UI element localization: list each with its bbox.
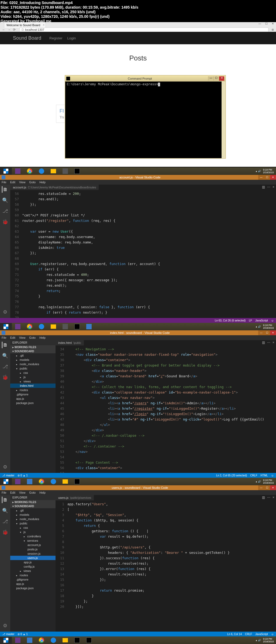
system-tray[interactable]: ▴ 🔊 9:18 PM2/18/2015 <box>256 479 276 484</box>
git-icon[interactable]: ⎇ <box>2 208 8 214</box>
tree-item[interactable]: app.js <box>10 396 56 401</box>
taskbar-explorer-icon[interactable] <box>59 478 71 485</box>
tree-item[interactable]: ▸ models <box>10 358 56 362</box>
forward-icon[interactable]: → <box>8 28 11 32</box>
cmd-close[interactable]: ✕ <box>219 76 224 81</box>
tree-item[interactable]: ▸ views <box>10 379 56 384</box>
browser-close[interactable]: ✕ <box>270 22 276 26</box>
debug-icon[interactable]: 🐞 <box>2 529 8 535</box>
start-button[interactable] <box>0 323 12 330</box>
vscode-minimize[interactable]: — <box>258 485 264 490</box>
git-branch[interactable]: ⎇ master <box>2 633 14 636</box>
vscode-maximize[interactable]: ☐ <box>264 175 270 180</box>
tree-item[interactable]: users.js <box>10 556 56 560</box>
system-tray[interactable]: ▴ 🔊 9:18 PM2/18/2015 <box>256 638 276 643</box>
project-root[interactable]: ▾ SOUNDBOARD <box>10 349 56 353</box>
cursor-position[interactable]: Ln 2, Col 65 (20 selected) <box>216 474 247 477</box>
start-button[interactable] <box>0 478 12 485</box>
taskbar-vs-icon[interactable] <box>12 478 24 485</box>
editor-tab[interactable]: index.html\public <box>56 340 84 345</box>
feedback-icon[interactable]: ☺ <box>271 319 274 322</box>
menu-goto[interactable]: Goto <box>29 491 36 494</box>
close-icon[interactable]: × <box>272 185 274 189</box>
cmd-maximize[interactable]: ☐ <box>213 76 219 81</box>
problems[interactable]: ⊘ 0 ▲ 1 <box>18 633 27 636</box>
tree-item[interactable]: package.json <box>10 401 56 405</box>
debug-icon[interactable]: 🐞 <box>2 219 8 225</box>
menu-help[interactable]: Help <box>39 491 46 494</box>
browser-maximize[interactable]: ☐ <box>263 22 270 26</box>
search-icon[interactable]: 🔍 <box>2 507 8 514</box>
cmd-minimize[interactable]: — <box>208 76 213 81</box>
taskbar-chrome-icon[interactable] <box>24 168 36 175</box>
menu-view[interactable]: View <box>19 181 26 184</box>
working-files[interactable]: ▸ WORKING FILES <box>10 345 56 349</box>
tree-item[interactable]: ▸ css <box>10 526 56 530</box>
menu-goto[interactable]: Goto <box>29 336 36 339</box>
tree-item[interactable]: session.js <box>10 551 56 556</box>
taskbar-vs-icon[interactable] <box>12 637 24 644</box>
close-icon[interactable]: × <box>272 341 274 344</box>
back-icon[interactable]: ← <box>2 28 6 32</box>
vscode-titlebar[interactable]: index.html - soundboard - Visual Studio … <box>0 330 276 335</box>
start-button[interactable] <box>0 168 12 175</box>
tree-item[interactable]: ▸ models <box>10 513 56 517</box>
menu-help[interactable]: Help <box>39 181 46 184</box>
split-icon[interactable]: ▥ <box>262 496 265 499</box>
tree-item[interactable]: ▸ routes <box>10 573 56 577</box>
menu-icon[interactable]: ≡ <box>272 28 274 32</box>
tree-item[interactable]: .gitignore <box>10 577 56 582</box>
working-files[interactable]: ▸ WORKING FILES <box>10 500 56 504</box>
tree-item[interactable]: package.json <box>10 586 56 590</box>
system-tray[interactable]: ▴ 🔊 9:18 PM2/18/2015 <box>256 324 276 329</box>
taskbar-ie-icon[interactable] <box>47 637 59 644</box>
taskbar-vscode-icon[interactable] <box>24 478 36 485</box>
url-bar[interactable]: 🗋 localhost:1337 <box>19 28 268 32</box>
search-icon[interactable]: 🔍 <box>2 197 8 204</box>
git-icon[interactable]: ⎇ <box>2 363 8 370</box>
nav-login[interactable]: Login <box>67 36 76 40</box>
taskbar-explorer-icon[interactable] <box>47 323 59 330</box>
tree-item[interactable]: ▾ public <box>10 521 56 526</box>
tree-item[interactable]: ▸ .git <box>10 353 56 358</box>
settings-icon[interactable]: ⚙ <box>2 309 8 315</box>
files-icon[interactable]: 🗎 <box>2 342 8 348</box>
editor-tab[interactable]: users.js\public\js\services <box>56 495 94 500</box>
vscode-maximize[interactable]: ☐ <box>264 330 270 335</box>
git-icon[interactable]: ⎇ <box>2 518 8 525</box>
eol[interactable]: CRLF <box>245 633 252 636</box>
settings-icon[interactable]: ⚙ <box>2 464 8 470</box>
tree-item[interactable]: ▾ js <box>10 530 56 534</box>
files-icon[interactable]: 🗎 <box>2 186 8 193</box>
tree-item[interactable]: ▾ services <box>10 538 56 543</box>
menu-edit[interactable]: Edit <box>10 181 15 184</box>
project-root[interactable]: ▾ SOUNDBOARD <box>10 504 56 508</box>
git-branch[interactable]: ⎇ master <box>2 474 14 477</box>
menu-file[interactable]: File <box>2 491 6 494</box>
taskbar-chrome-icon[interactable] <box>36 637 47 644</box>
menu-edit[interactable]: Edit <box>10 491 15 494</box>
more-icon[interactable]: ⋯ <box>267 341 270 344</box>
tree-item[interactable]: ▸ views <box>10 569 56 573</box>
taskbar-app-icon[interactable] <box>59 323 71 330</box>
problems[interactable]: ⊘ 0 ▲ 1 <box>18 474 27 477</box>
menu-file[interactable]: File <box>2 181 6 184</box>
menu-edit[interactable]: Edit <box>10 336 15 339</box>
debug-icon[interactable]: 🐞 <box>2 374 8 381</box>
taskbar-ie-icon[interactable] <box>47 478 59 485</box>
editor-tab[interactable]: account.jsC:\Users\Jeremy McPeak\Documen… <box>10 185 99 190</box>
language[interactable]: JavaScript <box>255 319 268 322</box>
taskbar-cmd-icon[interactable] <box>71 637 83 644</box>
cmd-titlebar[interactable]: Command Prompt — ☐ ✕ <box>65 76 225 82</box>
scrollbar[interactable] <box>222 82 225 158</box>
tree-item[interactable]: account.js <box>10 543 56 547</box>
settings-icon[interactable]: ⚙ <box>2 622 8 629</box>
taskbar-cmd-icon[interactable] <box>71 168 83 175</box>
files-icon[interactable]: 🗎 <box>2 497 8 503</box>
taskbar-vscode-icon[interactable] <box>24 637 36 644</box>
feedback-icon[interactable]: ☺ <box>271 474 274 477</box>
tree-item[interactable]: ▸ node_modules <box>10 517 56 521</box>
tree-item[interactable]: posts.js <box>10 547 56 551</box>
browser-minimize[interactable]: — <box>257 22 263 26</box>
taskbar-chrome-icon[interactable] <box>24 323 36 330</box>
